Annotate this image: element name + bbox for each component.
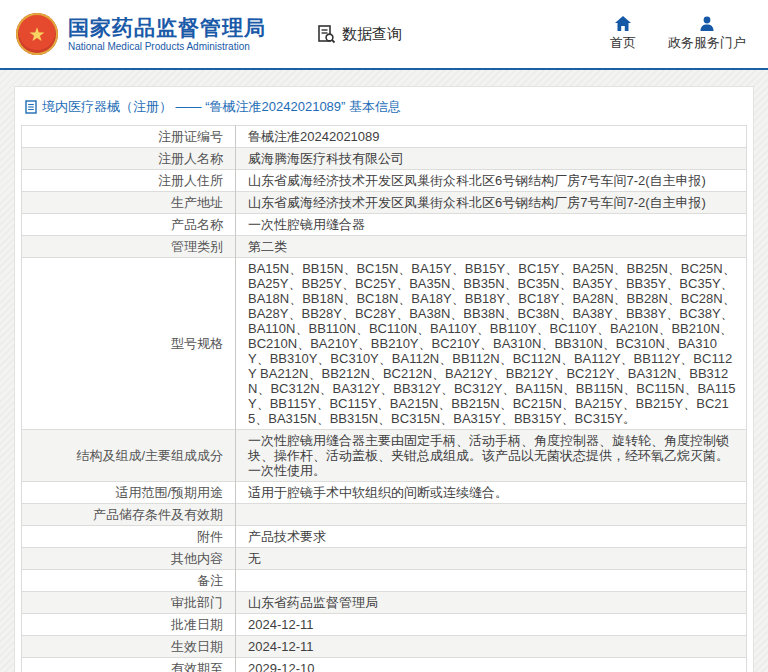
field-label: 管理类别 bbox=[22, 236, 236, 258]
field-label: 注册人住所 bbox=[22, 170, 236, 192]
field-label-text: 型号规格 bbox=[171, 336, 223, 351]
field-label-text: 审批部门 bbox=[171, 595, 223, 610]
field-label: 审批部门 bbox=[22, 592, 236, 614]
field-label-text: 备注 bbox=[197, 573, 223, 588]
national-emblem-icon: ★ bbox=[16, 13, 58, 55]
field-value bbox=[236, 504, 747, 526]
table-row: 型号规格BA15N、BB15N、BC15N、BA15Y、BB15Y、BC15Y、… bbox=[22, 258, 747, 430]
document-icon bbox=[25, 100, 38, 114]
table-row: 结构及组成/主要组成成分一次性腔镜用缝合器主要由固定手柄、活动手柄、角度控制器、… bbox=[22, 430, 747, 482]
field-value: 一次性腔镜用缝合器 bbox=[236, 214, 747, 236]
user-icon bbox=[699, 16, 715, 31]
field-label-text: 管理类别 bbox=[171, 239, 223, 254]
field-label: 型号规格 bbox=[22, 258, 236, 430]
field-label: 注册证编号 bbox=[22, 126, 236, 148]
field-value: 2029-12-10 bbox=[236, 658, 747, 672]
info-table-body: 注册证编号鲁械注准20242021089注册人名称威海腾海医疗科技有限公司注册人… bbox=[22, 126, 747, 672]
site-header: ★ 国家药品监督管理局 National Medical Products Ad… bbox=[0, 0, 768, 70]
field-value: 一次性腔镜用缝合器主要由固定手柄、活动手柄、角度控制器、旋转轮、角度控制锁块、操… bbox=[236, 430, 747, 482]
field-label-text: 产品储存条件及有效期 bbox=[93, 507, 223, 522]
site-subtitle: National Medical Products Administration bbox=[68, 40, 266, 53]
nmpa-logo[interactable]: ★ 国家药品监督管理局 National Medical Products Ad… bbox=[16, 13, 266, 55]
field-label: 批准日期 bbox=[22, 614, 236, 636]
nav-gov-portal-label: 政务服务门户 bbox=[668, 34, 746, 52]
field-value: 山东省威海经济技术开发区凤巢街众科北区6号钢结构厂房7号车间7-2(自主申报) bbox=[236, 170, 747, 192]
field-label-text: 结构及组成/主要组成成分 bbox=[76, 448, 223, 463]
content-card: 境内医疗器械（注册） —— “鲁械注准20242021089” 基本信息 注册证… bbox=[14, 86, 754, 672]
registration-info-table: 注册证编号鲁械注准20242021089注册人名称威海腾海医疗科技有限公司注册人… bbox=[21, 125, 747, 672]
field-value: 产品技术要求 bbox=[236, 526, 747, 548]
table-row: 批准日期2024-12-11 bbox=[22, 614, 747, 636]
table-row: 适用范围/预期用途适用于腔镜手术中软组织的间断或连续缝合。 bbox=[22, 482, 747, 504]
field-label-text: 适用范围/预期用途 bbox=[115, 485, 223, 500]
nav-home-label: 首页 bbox=[610, 34, 636, 52]
nav-home[interactable]: 首页 bbox=[610, 16, 636, 52]
document-search-icon bbox=[316, 24, 337, 45]
field-value: 山东省威海经济技术开发区凤巢街众科北区6号钢结构厂房7号车间7-2(自主申报) bbox=[236, 192, 747, 214]
data-query-tab[interactable]: 数据查询 bbox=[316, 24, 402, 45]
field-label: 适用范围/预期用途 bbox=[22, 482, 236, 504]
data-query-label: 数据查询 bbox=[342, 25, 402, 44]
field-label: 附件 bbox=[22, 526, 236, 548]
field-label-text: 有效期至 bbox=[171, 661, 223, 672]
field-label-text: 附件 bbox=[197, 529, 223, 544]
table-row: 附件产品技术要求 bbox=[22, 526, 747, 548]
field-value: 2024-12-11 bbox=[236, 636, 747, 658]
table-row: 生产地址山东省威海经济技术开发区凤巢街众科北区6号钢结构厂房7号车间7-2(自主… bbox=[22, 192, 747, 214]
field-label-text: 注册人住所 bbox=[158, 173, 223, 188]
home-icon bbox=[615, 16, 631, 31]
table-row: 有效期至2029-12-10 bbox=[22, 658, 747, 672]
field-label: 产品名称 bbox=[22, 214, 236, 236]
header-nav: 首页 政务服务门户 bbox=[610, 16, 746, 52]
field-value: 第二类 bbox=[236, 236, 747, 258]
field-label: 产品储存条件及有效期 bbox=[22, 504, 236, 526]
breadcrumb-text: 境内医疗器械（注册） —— “鲁械注准20242021089” 基本信息 bbox=[42, 98, 401, 116]
field-label: 有效期至 bbox=[22, 658, 236, 672]
breadcrumb: 境内医疗器械（注册） —— “鲁械注准20242021089” 基本信息 bbox=[21, 96, 747, 125]
field-value: 无 bbox=[236, 548, 747, 570]
field-label: 注册人名称 bbox=[22, 148, 236, 170]
table-row: 产品储存条件及有效期 bbox=[22, 504, 747, 526]
field-label-text: 其他内容 bbox=[171, 551, 223, 566]
nav-gov-portal[interactable]: 政务服务门户 bbox=[668, 16, 746, 52]
field-label-text: 产品名称 bbox=[171, 217, 223, 232]
field-value: BA15N、BB15N、BC15N、BA15Y、BB15Y、BC15Y、BA25… bbox=[236, 258, 747, 430]
table-row: 产品名称一次性腔镜用缝合器 bbox=[22, 214, 747, 236]
table-row: 其他内容无 bbox=[22, 548, 747, 570]
field-label: 生产地址 bbox=[22, 192, 236, 214]
field-value: 山东省药品监督管理局 bbox=[236, 592, 747, 614]
field-label: 生效日期 bbox=[22, 636, 236, 658]
field-label: 其他内容 bbox=[22, 548, 236, 570]
field-label-text: 批准日期 bbox=[171, 617, 223, 632]
field-label-text: 生效日期 bbox=[171, 639, 223, 654]
table-row: 注册人名称威海腾海医疗科技有限公司 bbox=[22, 148, 747, 170]
field-value bbox=[236, 570, 747, 592]
table-row: 管理类别第二类 bbox=[22, 236, 747, 258]
table-row: 生效日期2024-12-11 bbox=[22, 636, 747, 658]
table-row: 注册人住所山东省威海经济技术开发区凤巢街众科北区6号钢结构厂房7号车间7-2(自… bbox=[22, 170, 747, 192]
field-value: 适用于腔镜手术中软组织的间断或连续缝合。 bbox=[236, 482, 747, 504]
field-value: 鲁械注准20242021089 bbox=[236, 126, 747, 148]
site-title: 国家药品监督管理局 bbox=[68, 16, 266, 40]
field-label: 结构及组成/主要组成成分 bbox=[22, 430, 236, 482]
table-row: 注册证编号鲁械注准20242021089 bbox=[22, 126, 747, 148]
logo-text: 国家药品监督管理局 National Medical Products Admi… bbox=[68, 16, 266, 53]
table-row: 备注 bbox=[22, 570, 747, 592]
field-label-text: 生产地址 bbox=[171, 195, 223, 210]
field-label: 备注 bbox=[22, 570, 236, 592]
field-label-text: 注册证编号 bbox=[158, 129, 223, 144]
field-value: 2024-12-11 bbox=[236, 614, 747, 636]
field-label-text: 注册人名称 bbox=[158, 151, 223, 166]
field-value: 威海腾海医疗科技有限公司 bbox=[236, 148, 747, 170]
table-row: 审批部门山东省药品监督管理局 bbox=[22, 592, 747, 614]
